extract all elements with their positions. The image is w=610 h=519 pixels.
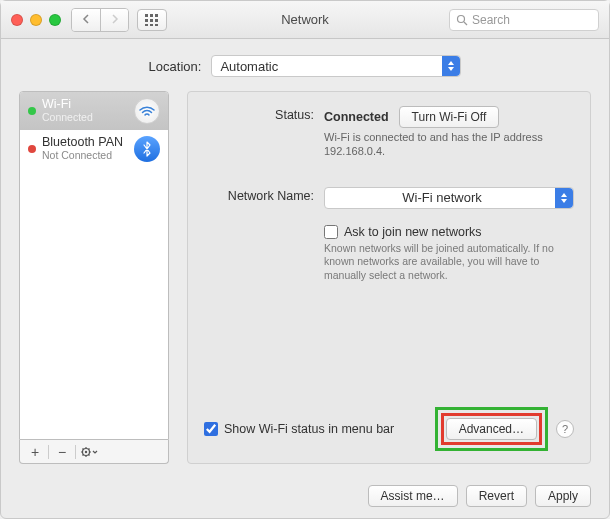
status-dot-icon [28,145,36,153]
svg-line-18 [89,454,90,455]
svg-rect-8 [155,24,158,26]
close-button[interactable] [11,14,23,26]
chevron-updown-icon [555,188,573,208]
remove-interface-button[interactable]: − [51,443,73,461]
svg-rect-3 [145,19,148,22]
svg-line-17 [83,448,84,449]
svg-rect-0 [145,14,148,17]
help-button[interactable]: ? [556,420,574,438]
bluetooth-icon [134,136,160,162]
location-value: Automatic [220,59,278,74]
location-label: Location: [149,59,202,74]
back-button[interactable] [72,9,100,31]
assist-me-button[interactable]: Assist me… [368,485,458,507]
sidebar-footer: + − [19,440,169,464]
ask-to-join-checkbox[interactable]: Ask to join new networks [324,225,574,239]
advanced-highlight: Advanced… [435,407,548,451]
interface-status: Not Connected [42,150,128,162]
status-dot-icon [28,107,36,115]
network-name-value: Wi-Fi network [333,190,551,205]
nav-arrows [71,8,129,32]
svg-line-10 [464,22,467,25]
interface-name: Wi-Fi [42,98,128,112]
interface-status: Connected [42,112,128,124]
window-title: Network [281,12,329,27]
maximize-button[interactable] [49,14,61,26]
gear-icon [80,446,98,458]
show-menubar-input[interactable] [204,422,218,436]
network-name-select[interactable]: Wi-Fi network [324,187,574,209]
svg-rect-2 [155,14,158,17]
status-detail: Wi-Fi is connected to and has the IP add… [324,130,574,159]
add-interface-button[interactable]: + [24,443,46,461]
footer: Assist me… Revert Apply [1,474,609,518]
interface-name: Bluetooth PAN [42,136,128,150]
turn-wifi-off-button[interactable]: Turn Wi-Fi Off [399,106,500,128]
network-name-label: Network Name: [204,187,314,203]
sidebar-item-wifi[interactable]: Wi-Fi Connected [20,92,168,130]
status-value: Connected [324,110,389,124]
svg-line-20 [83,454,84,455]
svg-rect-1 [150,14,153,17]
action-menu-button[interactable] [78,443,100,461]
chevron-updown-icon [442,56,460,76]
ask-to-join-input[interactable] [324,225,338,239]
show-menubar-checkbox[interactable]: Show Wi-Fi status in menu bar [204,422,394,436]
sidebar-item-bluetooth-pan[interactable]: Bluetooth PAN Not Connected [20,130,168,168]
svg-rect-5 [155,19,158,22]
show-all-button[interactable] [137,9,167,31]
location-select[interactable]: Automatic [211,55,461,77]
search-icon [456,14,468,26]
show-menubar-label: Show Wi-Fi status in menu bar [224,422,394,436]
main-panel: Status: Connected Turn Wi-Fi Off Wi-Fi i… [187,91,591,464]
forward-button[interactable] [100,9,128,31]
revert-button[interactable]: Revert [466,485,527,507]
window-controls [11,14,61,26]
svg-point-9 [458,15,465,22]
minimize-button[interactable] [30,14,42,26]
status-label: Status: [204,106,314,122]
wifi-icon [134,98,160,124]
ask-to-join-label: Ask to join new networks [344,225,482,239]
search-input[interactable]: Search [449,9,599,31]
svg-point-12 [85,450,87,452]
apply-button[interactable]: Apply [535,485,591,507]
svg-rect-7 [150,24,153,26]
svg-rect-4 [150,19,153,22]
search-placeholder: Search [472,13,510,27]
advanced-button[interactable]: Advanced… [446,418,537,440]
titlebar: Network Search [1,1,609,39]
svg-rect-6 [145,24,148,26]
svg-line-19 [89,448,90,449]
ask-to-join-note: Known networks will be joined automatica… [324,242,574,283]
interface-list: Wi-Fi Connected Bluetooth PAN Not Connec… [19,91,169,440]
